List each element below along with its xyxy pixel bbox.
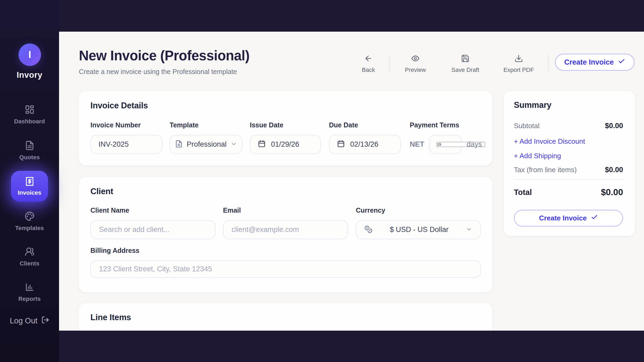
page-subtitle: Create a new invoice using the Professio… xyxy=(79,68,250,76)
bar-chart-icon xyxy=(25,288,35,293)
client-name-input[interactable] xyxy=(99,226,207,234)
sidebar-item-label: Clients xyxy=(0,260,59,267)
subtotal-value: $0.00 xyxy=(605,122,623,130)
currency-select[interactable]: $ USD - US Dollar xyxy=(356,220,481,239)
file-text-icon xyxy=(25,147,35,151)
add-shipping-row: + Add Shipping xyxy=(514,152,623,160)
users-icon xyxy=(25,253,35,257)
issue-date-field[interactable]: 01/29/26 xyxy=(250,135,321,154)
issue-date-value: 01/29/26 xyxy=(271,140,299,149)
preview-button[interactable]: Preview xyxy=(405,54,426,73)
currency-label: Currency xyxy=(356,206,481,214)
issue-date-group: Issue Date 01/29/26 xyxy=(250,121,321,154)
create-invoice-button-summary[interactable]: Create Invoice xyxy=(514,210,623,227)
client-card: Client Client Name Email Currency $ USD … xyxy=(79,177,492,292)
calendar-icon xyxy=(337,140,345,149)
calendar-icon xyxy=(258,140,266,149)
check-icon xyxy=(591,214,598,223)
arrow-left-icon xyxy=(364,59,373,64)
sidebar-item-label: Templates xyxy=(0,225,59,232)
total-row: Total $0.00 xyxy=(514,187,623,197)
issue-date-label: Issue Date xyxy=(250,121,321,129)
header-divider xyxy=(389,55,390,71)
currency-group: Currency $ USD - US Dollar xyxy=(356,206,481,239)
sidebar-item-reports[interactable]: Reports xyxy=(0,282,59,302)
back-button[interactable]: Back xyxy=(362,54,375,73)
total-label: Total xyxy=(514,188,532,197)
due-date-label: Due Date xyxy=(329,121,401,129)
save-icon xyxy=(461,59,470,64)
app-logo-letter: I xyxy=(28,49,31,60)
template-label: Template xyxy=(170,121,242,129)
add-invoice-discount-link[interactable]: + Add Invoice Discount xyxy=(514,137,585,146)
export-pdf-label: Export PDF xyxy=(503,67,534,73)
summary-divider xyxy=(514,179,623,180)
page-header: New Invoice (Professional) Create a new … xyxy=(79,48,250,76)
sidebar: I Invory Dashboard Quotes Invoices Templ… xyxy=(0,0,59,362)
billing-address-group: Billing Address xyxy=(90,247,481,278)
due-date-value: 02/13/26 xyxy=(350,140,378,149)
payment-terms-group: Payment Terms NET days xyxy=(410,121,485,154)
tax-row: Tax (from line items) $0.00 xyxy=(514,166,623,174)
receipt-icon xyxy=(25,176,35,187)
main-content: New Invoice (Professional) Create a new … xyxy=(59,32,644,331)
save-draft-button[interactable]: Save Draft xyxy=(451,54,479,73)
invoice-details-card: Invoice Details Invoice Number Template … xyxy=(79,91,492,165)
template-group: Template Professional xyxy=(170,121,242,154)
create-invoice-button[interactable]: Create Invoice xyxy=(555,54,635,71)
chevron-down-icon xyxy=(466,226,472,234)
add-shipping-link[interactable]: + Add Shipping xyxy=(514,152,561,160)
billing-address-label: Billing Address xyxy=(90,247,481,254)
sidebar-item-label: Quotes xyxy=(0,154,59,161)
app-name: Invory xyxy=(0,70,59,80)
logout-label: Log Out xyxy=(10,316,37,325)
line-items-heading: Line Items xyxy=(90,313,131,322)
invoice-number-input[interactable] xyxy=(98,140,154,149)
days-suffix: days xyxy=(467,140,482,149)
billing-address-input[interactable] xyxy=(99,265,472,273)
invoice-number-group: Invoice Number xyxy=(90,121,162,154)
create-invoice-label: Create Invoice xyxy=(564,58,614,67)
client-email-label: Email xyxy=(223,206,348,214)
sidebar-item-templates[interactable]: Templates xyxy=(0,211,59,232)
client-heading: Client xyxy=(90,187,113,196)
sidebar-item-label: Reports xyxy=(0,295,59,302)
subtotal-label: Subtotal xyxy=(514,122,539,130)
eye-icon xyxy=(411,59,420,64)
logout-icon xyxy=(41,316,49,326)
client-email-group: Email xyxy=(223,206,348,239)
due-date-field[interactable]: 02/13/26 xyxy=(329,135,401,154)
sidebar-item-clients[interactable]: Clients xyxy=(0,247,59,267)
sidebar-item-dashboard[interactable]: Dashboard xyxy=(0,105,59,125)
page-title: New Invoice (Professional) xyxy=(79,48,250,64)
summary-card: Summary Subtotal $0.00 + Add Invoice Dis… xyxy=(504,91,635,236)
sidebar-item-label: Dashboard xyxy=(0,118,59,125)
invoice-details-heading: Invoice Details xyxy=(90,101,148,110)
dashboard-grid-icon xyxy=(25,111,35,115)
app-logo: I xyxy=(19,43,41,66)
client-email-input[interactable] xyxy=(232,226,339,234)
back-label: Back xyxy=(362,67,375,73)
sidebar-item-invoices[interactable]: Invoices xyxy=(11,171,48,202)
currency-value: $ USD - US Dollar xyxy=(390,226,448,234)
logout-button[interactable]: Log Out xyxy=(0,316,59,326)
tax-value: $0.00 xyxy=(605,166,623,174)
summary-heading: Summary xyxy=(514,100,551,110)
tax-label: Tax (from line items) xyxy=(514,166,577,174)
header-divider xyxy=(548,55,548,71)
chevron-down-icon xyxy=(230,141,237,148)
line-items-card: Line Items xyxy=(79,303,492,331)
template-value: Professional xyxy=(187,140,227,149)
template-select[interactable]: Professional xyxy=(170,135,242,154)
check-icon xyxy=(618,58,625,67)
export-pdf-button[interactable]: Export PDF xyxy=(503,54,534,73)
due-date-group: Due Date 02/13/26 xyxy=(329,121,401,154)
client-name-label: Client Name xyxy=(90,206,215,214)
palette-icon xyxy=(25,217,35,222)
subtotal-row: Subtotal $0.00 xyxy=(514,122,623,130)
save-draft-label: Save Draft xyxy=(451,67,479,73)
sidebar-item-quotes[interactable]: Quotes xyxy=(0,141,59,161)
total-value: $0.00 xyxy=(601,187,623,197)
client-name-group: Client Name xyxy=(90,206,215,239)
coins-icon xyxy=(364,225,372,234)
